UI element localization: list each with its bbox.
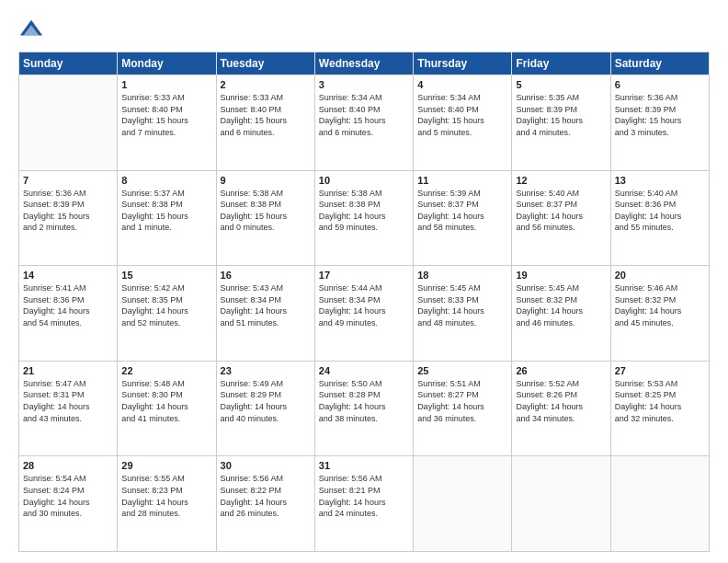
calendar-header-friday: Friday [512,52,610,75]
calendar-header-tuesday: Tuesday [216,52,314,75]
day-info: Sunrise: 5:43 AM Sunset: 8:34 PM Dayligh… [221,282,311,328]
day-number: 9 [221,175,311,186]
calendar-cell: 3Sunrise: 5:34 AM Sunset: 8:40 PM Daylig… [314,75,413,171]
calendar-cell: 18Sunrise: 5:45 AM Sunset: 8:33 PM Dayli… [414,266,512,362]
day-info: Sunrise: 5:34 AM Sunset: 8:40 PM Dayligh… [417,92,507,138]
day-number: 6 [615,79,705,90]
calendar-cell: 12Sunrise: 5:40 AM Sunset: 8:37 PM Dayli… [512,170,610,266]
calendar-cell: 21Sunrise: 5:47 AM Sunset: 8:31 PM Dayli… [19,361,118,456]
calendar-cell: 17Sunrise: 5:44 AM Sunset: 8:34 PM Dayli… [314,266,413,362]
day-number: 16 [221,270,311,281]
day-number: 19 [516,270,606,281]
logo [18,17,48,42]
calendar-cell: 20Sunrise: 5:46 AM Sunset: 8:32 PM Dayli… [610,266,709,362]
calendar-week-row: 1Sunrise: 5:33 AM Sunset: 8:40 PM Daylig… [19,75,710,171]
day-info: Sunrise: 5:36 AM Sunset: 8:39 PM Dayligh… [615,92,705,138]
calendar-cell: 10Sunrise: 5:38 AM Sunset: 8:38 PM Dayli… [314,170,413,266]
day-info: Sunrise: 5:49 AM Sunset: 8:29 PM Dayligh… [221,378,311,424]
day-number: 11 [417,175,507,186]
calendar-cell: 24Sunrise: 5:50 AM Sunset: 8:28 PM Dayli… [314,361,413,456]
day-info: Sunrise: 5:40 AM Sunset: 8:37 PM Dayligh… [516,188,606,234]
calendar-cell [19,75,118,171]
calendar-header-thursday: Thursday [414,52,512,75]
day-info: Sunrise: 5:56 AM Sunset: 8:21 PM Dayligh… [319,473,409,519]
day-number: 20 [615,270,705,281]
day-info: Sunrise: 5:56 AM Sunset: 8:22 PM Dayligh… [221,473,311,519]
calendar-cell: 2Sunrise: 5:33 AM Sunset: 8:40 PM Daylig… [216,75,314,171]
calendar-cell: 7Sunrise: 5:36 AM Sunset: 8:39 PM Daylig… [19,170,118,266]
calendar-cell: 31Sunrise: 5:56 AM Sunset: 8:21 PM Dayli… [314,456,413,552]
calendar-header-row: SundayMondayTuesdayWednesdayThursdayFrid… [19,52,710,75]
header [18,17,710,42]
calendar-table: SundayMondayTuesdayWednesdayThursdayFrid… [18,52,710,552]
day-number: 24 [319,365,409,376]
calendar-header-wednesday: Wednesday [314,52,413,75]
day-info: Sunrise: 5:55 AM Sunset: 8:23 PM Dayligh… [121,473,211,519]
day-number: 17 [319,270,409,281]
calendar-cell: 16Sunrise: 5:43 AM Sunset: 8:34 PM Dayli… [216,266,314,362]
day-number: 29 [121,460,211,471]
calendar-cell: 19Sunrise: 5:45 AM Sunset: 8:32 PM Dayli… [512,266,610,362]
day-number: 7 [23,175,113,186]
day-number: 28 [23,460,113,471]
day-number: 15 [121,270,211,281]
day-number: 10 [319,175,409,186]
day-info: Sunrise: 5:54 AM Sunset: 8:24 PM Dayligh… [23,473,113,519]
day-info: Sunrise: 5:33 AM Sunset: 8:40 PM Dayligh… [121,92,211,138]
calendar-week-row: 14Sunrise: 5:41 AM Sunset: 8:36 PM Dayli… [19,266,710,362]
day-info: Sunrise: 5:37 AM Sunset: 8:38 PM Dayligh… [121,188,211,234]
day-number: 1 [121,79,211,90]
calendar-cell: 25Sunrise: 5:51 AM Sunset: 8:27 PM Dayli… [414,361,512,456]
calendar-cell: 11Sunrise: 5:39 AM Sunset: 8:37 PM Dayli… [414,170,512,266]
calendar-cell: 23Sunrise: 5:49 AM Sunset: 8:29 PM Dayli… [216,361,314,456]
day-info: Sunrise: 5:47 AM Sunset: 8:31 PM Dayligh… [23,378,113,424]
calendar-cell: 6Sunrise: 5:36 AM Sunset: 8:39 PM Daylig… [610,75,709,171]
day-info: Sunrise: 5:39 AM Sunset: 8:37 PM Dayligh… [417,188,507,234]
day-info: Sunrise: 5:38 AM Sunset: 8:38 PM Dayligh… [221,188,311,234]
calendar-cell: 28Sunrise: 5:54 AM Sunset: 8:24 PM Dayli… [19,456,118,552]
day-number: 27 [615,365,705,376]
day-number: 5 [516,79,606,90]
day-number: 31 [319,460,409,471]
day-info: Sunrise: 5:45 AM Sunset: 8:33 PM Dayligh… [417,282,507,328]
day-number: 8 [121,175,211,186]
day-info: Sunrise: 5:52 AM Sunset: 8:26 PM Dayligh… [516,378,606,424]
calendar-cell: 14Sunrise: 5:41 AM Sunset: 8:36 PM Dayli… [19,266,118,362]
calendar-week-row: 28Sunrise: 5:54 AM Sunset: 8:24 PM Dayli… [19,456,710,552]
calendar-week-row: 7Sunrise: 5:36 AM Sunset: 8:39 PM Daylig… [19,170,710,266]
day-number: 14 [23,270,113,281]
calendar-cell: 4Sunrise: 5:34 AM Sunset: 8:40 PM Daylig… [414,75,512,171]
day-info: Sunrise: 5:42 AM Sunset: 8:35 PM Dayligh… [121,282,211,328]
day-number: 26 [516,365,606,376]
calendar-cell: 1Sunrise: 5:33 AM Sunset: 8:40 PM Daylig… [118,75,216,171]
day-number: 22 [121,365,211,376]
calendar-cell: 13Sunrise: 5:40 AM Sunset: 8:36 PM Dayli… [610,170,709,266]
day-number: 30 [221,460,311,471]
calendar-header-monday: Monday [118,52,216,75]
calendar-cell: 8Sunrise: 5:37 AM Sunset: 8:38 PM Daylig… [118,170,216,266]
day-info: Sunrise: 5:40 AM Sunset: 8:36 PM Dayligh… [615,188,705,234]
calendar-header-saturday: Saturday [610,52,709,75]
day-info: Sunrise: 5:34 AM Sunset: 8:40 PM Dayligh… [319,92,409,138]
day-number: 2 [221,79,311,90]
calendar-cell [414,456,512,552]
calendar-cell [610,456,709,552]
calendar-cell [512,456,610,552]
day-info: Sunrise: 5:50 AM Sunset: 8:28 PM Dayligh… [319,378,409,424]
calendar-cell: 30Sunrise: 5:56 AM Sunset: 8:22 PM Dayli… [216,456,314,552]
day-number: 4 [417,79,507,90]
day-number: 13 [615,175,705,186]
day-number: 23 [221,365,311,376]
day-number: 25 [417,365,507,376]
day-info: Sunrise: 5:44 AM Sunset: 8:34 PM Dayligh… [319,282,409,328]
day-info: Sunrise: 5:45 AM Sunset: 8:32 PM Dayligh… [516,282,606,328]
day-info: Sunrise: 5:41 AM Sunset: 8:36 PM Dayligh… [23,282,113,328]
page: SundayMondayTuesdayWednesdayThursdayFrid… [0,0,728,563]
logo-icon [18,17,44,42]
calendar-cell: 15Sunrise: 5:42 AM Sunset: 8:35 PM Dayli… [118,266,216,362]
calendar-cell: 22Sunrise: 5:48 AM Sunset: 8:30 PM Dayli… [118,361,216,456]
calendar-header-sunday: Sunday [19,52,118,75]
calendar-cell: 5Sunrise: 5:35 AM Sunset: 8:39 PM Daylig… [512,75,610,171]
calendar-cell: 29Sunrise: 5:55 AM Sunset: 8:23 PM Dayli… [118,456,216,552]
day-info: Sunrise: 5:35 AM Sunset: 8:39 PM Dayligh… [516,92,606,138]
